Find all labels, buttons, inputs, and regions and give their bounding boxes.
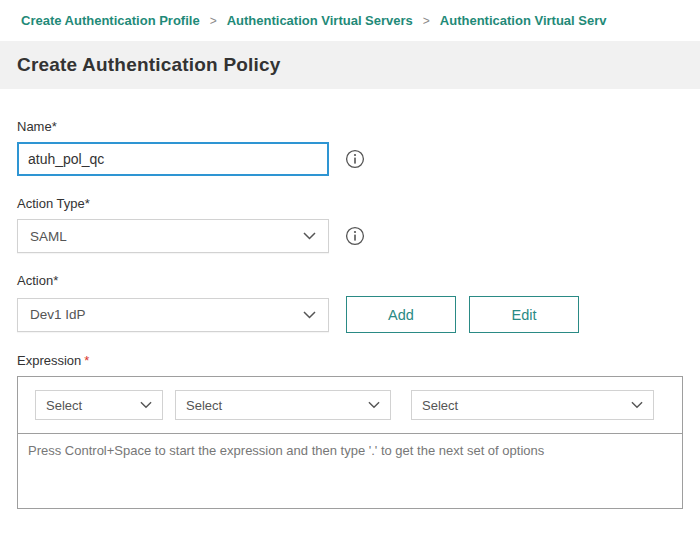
action-select[interactable]: Dev1 IdP [17, 298, 329, 332]
chevron-down-icon [303, 232, 316, 240]
expression-select-2[interactable]: Select [175, 390, 391, 420]
expression-builder: Select Select Select [17, 376, 683, 509]
name-input[interactable] [17, 142, 329, 176]
required-asterisk: * [84, 353, 89, 368]
page-title: Create Authentication Policy [17, 54, 281, 76]
info-icon[interactable] [345, 226, 365, 246]
expression-field-group: Expression* Select Select Select [17, 353, 683, 509]
chevron-down-icon [140, 401, 152, 409]
expression-input[interactable] [18, 434, 682, 508]
action-type-label: Action Type* [17, 196, 683, 211]
expression-toolbar: Select Select Select [18, 377, 682, 434]
chevron-down-icon [303, 311, 316, 319]
edit-button[interactable]: Edit [469, 296, 579, 333]
action-type-select[interactable]: SAML [17, 219, 329, 253]
breadcrumb-separator: > [423, 14, 430, 28]
breadcrumb-item-create-authentication-profile[interactable]: Create Authentication Profile [21, 13, 200, 28]
breadcrumb-item-authentication-virtual-servers[interactable]: Authentication Virtual Servers [227, 13, 413, 28]
add-button[interactable]: Add [346, 296, 456, 333]
action-label: Action* [17, 273, 683, 288]
info-icon[interactable] [345, 149, 365, 169]
expression-select-1[interactable]: Select [35, 390, 163, 420]
name-label: Name* [17, 119, 683, 134]
action-selected-value: Dev1 IdP [30, 307, 86, 322]
breadcrumb: Create Authentication Profile > Authenti… [0, 0, 700, 28]
name-field-group: Name* [17, 119, 683, 176]
breadcrumb-separator: > [210, 14, 217, 28]
chevron-down-icon [631, 401, 643, 409]
action-type-field-group: Action Type* SAML [17, 196, 683, 253]
expression-select-3[interactable]: Select [411, 390, 654, 420]
create-authentication-policy-form: Name* Action Type* SAML [0, 89, 700, 509]
chevron-down-icon [368, 401, 380, 409]
action-field-group: Action* Dev1 IdP Add Edit [17, 273, 683, 333]
action-type-selected-value: SAML [30, 229, 67, 244]
expression-label: Expression* [17, 353, 683, 368]
action-buttons: Add Edit [346, 296, 579, 333]
breadcrumb-item-authentication-virtual-servers-2[interactable]: Authentication Virtual Serv [440, 13, 607, 28]
page-header: Create Authentication Policy [0, 41, 700, 89]
